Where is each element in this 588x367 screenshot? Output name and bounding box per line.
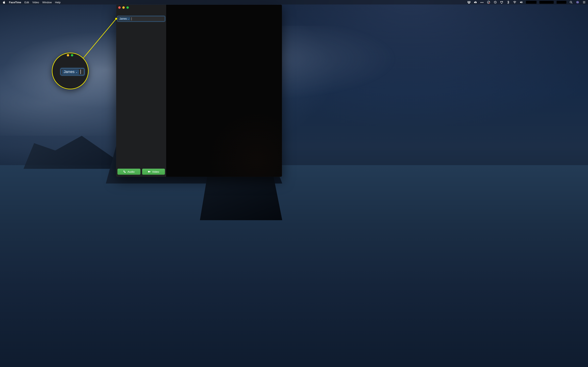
recipient-token-label-zoomed: James [64, 70, 75, 74]
text-caret [131, 17, 132, 20]
recipient-token-zoomed: James ⌄ [62, 69, 79, 75]
svg-point-2 [489, 2, 490, 3]
chevron-down-icon: ⌄ [128, 18, 129, 20]
wifi-icon[interactable] [513, 0, 517, 4]
facetime-sidebar: James ⌄ Audio Video [116, 5, 166, 177]
phone-icon [123, 170, 126, 173]
spotlight-icon[interactable] [569, 0, 573, 4]
svg-point-4 [515, 3, 515, 3]
video-icon [148, 170, 151, 173]
recipient-token-label: James [120, 17, 127, 20]
callout-anchor-dot [115, 18, 117, 20]
notification-center-icon[interactable] [582, 0, 586, 4]
do-not-disturb-icon[interactable] [487, 0, 490, 4]
recipient-input[interactable]: James ⌄ [117, 16, 165, 21]
facetime-window: James ⌄ Audio Video [116, 5, 282, 177]
recipient-token[interactable]: James ⌄ [118, 17, 130, 20]
airplay-icon[interactable] [500, 0, 503, 4]
window-minimize-button[interactable] [122, 6, 125, 9]
menu-redacted [557, 1, 566, 4]
menu-window[interactable]: Window [42, 1, 52, 4]
cloud-upload-icon[interactable] [474, 0, 477, 4]
svg-point-5 [570, 1, 572, 3]
bluetooth-icon[interactable] [506, 0, 510, 4]
desktop-wallpaper [0, 0, 588, 367]
more-icon[interactable]: ••• [480, 0, 484, 4]
audio-call-button[interactable]: Audio [117, 169, 140, 175]
dropbox-icon[interactable] [467, 0, 471, 4]
window-zoom-button[interactable] [126, 6, 129, 9]
window-zoom-button [71, 54, 73, 57]
window-close-button[interactable] [118, 6, 121, 9]
call-button-bar: Audio Video [116, 169, 166, 177]
menu-help[interactable]: Help [55, 1, 61, 4]
menu-edit[interactable]: Edit [25, 1, 29, 4]
facetime-camera-preview [166, 5, 282, 177]
menu-redacted [526, 1, 536, 4]
wallpaper-ocean [0, 165, 588, 367]
menu-app-name[interactable]: FaceTime [9, 1, 21, 4]
svg-rect-11 [148, 171, 149, 173]
volume-icon[interactable] [519, 0, 523, 4]
window-controls [118, 6, 129, 9]
text-caret [80, 69, 81, 74]
audio-call-label: Audio [127, 170, 135, 173]
video-call-button[interactable]: Video [142, 169, 165, 175]
menu-bar: FaceTime Edit Video Window Help ••• [0, 0, 588, 4]
svg-line-6 [571, 3, 572, 3]
wallpaper-clouds [0, 26, 588, 136]
menu-redacted [539, 1, 554, 4]
time-machine-icon[interactable] [493, 0, 497, 4]
video-call-label: Video [152, 170, 159, 173]
chevron-down-icon: ⌄ [76, 71, 78, 73]
apple-menu-icon[interactable] [2, 1, 6, 4]
siri-icon[interactable] [576, 0, 579, 4]
window-minimize-button [67, 54, 69, 57]
menu-video[interactable]: Video [32, 1, 39, 4]
recipient-input-zoomed: James ⌄ [61, 68, 84, 75]
window-controls-zoomed [67, 54, 73, 57]
magnifier-callout: James ⌄ [52, 53, 89, 89]
